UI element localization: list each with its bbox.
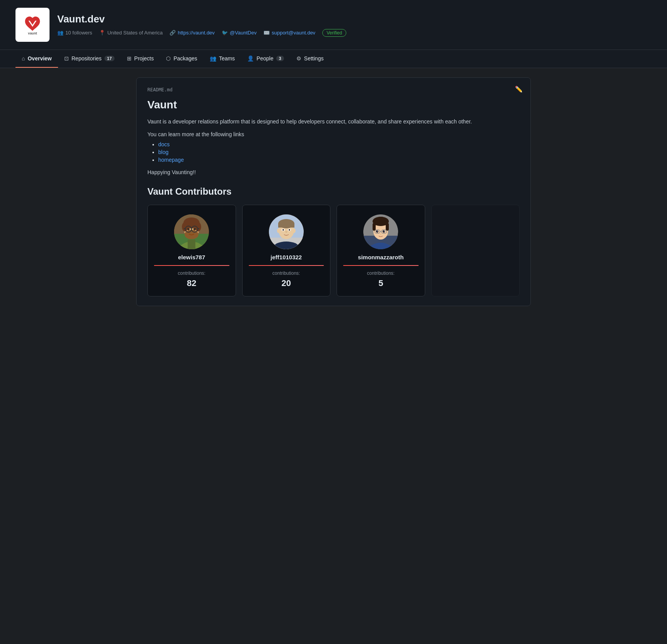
packages-icon: ⬡ <box>166 55 171 62</box>
nav-item-repositories[interactable]: ⊡ Repositories 17 <box>58 50 121 68</box>
avatar <box>174 214 209 249</box>
contributor-username: jeff1010322 <box>270 254 302 260</box>
home-icon: ⌂ <box>22 55 25 62</box>
website-link[interactable]: https://vaunt.dev <box>178 30 214 36</box>
repo-icon: ⊡ <box>64 55 69 62</box>
list-item: docs <box>158 141 520 147</box>
svg-point-42 <box>384 231 385 231</box>
teams-icon: 👥 <box>210 55 216 62</box>
location-icon: 📍 <box>99 30 105 36</box>
nav-label-projects: Projects <box>134 55 154 62</box>
nav-item-settings[interactable]: ⚙ Settings <box>290 50 330 68</box>
svg-point-15 <box>187 228 190 230</box>
readme-title: Vaunt <box>147 99 520 111</box>
readme-links-list: docs blog homepage <box>147 141 520 163</box>
readme-filename: README.md <box>147 87 520 92</box>
contributions-label: contributions: <box>178 271 205 276</box>
svg-point-23 <box>277 228 280 233</box>
contributions-label: contributions: <box>367 271 395 276</box>
contributors-grid: elewis787 contributions: 82 <box>147 205 520 296</box>
nav-label-packages: Packages <box>173 55 197 62</box>
nav-item-teams[interactable]: 👥 Teams <box>204 50 241 68</box>
website-meta[interactable]: 🔗 https://vaunt.dev <box>169 30 214 36</box>
nav-item-overview[interactable]: ⌂ Overview <box>15 50 58 68</box>
svg-point-39 <box>376 230 378 233</box>
link-icon: 🔗 <box>169 30 176 36</box>
readme-description: Vaunt is a developer relations platform … <box>147 117 520 126</box>
svg-point-7 <box>182 222 188 231</box>
followers-count: 10 followers <box>65 30 92 36</box>
org-meta: 👥 10 followers 📍 United States of Americ… <box>57 29 346 37</box>
nav-label-overview: Overview <box>27 55 51 62</box>
email-icon: ✉️ <box>263 30 270 36</box>
settings-icon: ⚙ <box>296 55 301 62</box>
location-text: United States of America <box>107 30 162 36</box>
repo-badge: 17 <box>104 56 115 61</box>
email-meta[interactable]: ✉️ support@vaunt.dev <box>263 30 315 36</box>
avatar <box>363 214 398 249</box>
svg-point-16 <box>193 228 196 230</box>
people-nav-icon: 👤 <box>247 55 254 62</box>
twitter-meta[interactable]: 🐦 @VauntDev <box>222 30 257 36</box>
main-content: README.md ✏️ Vaunt Vaunt is a developer … <box>121 68 546 315</box>
contributions-count: 20 <box>272 278 300 288</box>
edit-icon[interactable]: ✏️ <box>515 86 523 93</box>
readme-footer: Happying Vaunting!! <box>147 169 520 175</box>
svg-point-24 <box>292 228 296 233</box>
contributor-divider <box>343 265 419 266</box>
verified-badge: Verified <box>322 29 346 37</box>
nav-item-projects[interactable]: ⊞ Projects <box>121 50 160 68</box>
contributor-username: simonmazzaroth <box>358 254 404 260</box>
avatar <box>269 214 304 249</box>
contributor-card-placeholder <box>431 205 520 296</box>
contributor-card: elewis787 contributions: 82 <box>147 205 236 296</box>
nav-label-people: People <box>257 55 274 62</box>
svg-rect-17 <box>188 240 195 249</box>
contributor-divider <box>154 265 229 266</box>
main-nav: ⌂ Overview ⊡ Repositories 17 ⊞ Projects … <box>0 50 667 68</box>
readme-links-intro: You can learn more at the following link… <box>147 131 520 137</box>
svg-rect-34 <box>373 223 376 231</box>
nav-item-packages[interactable]: ⬡ Packages <box>160 50 203 68</box>
people-badge: 3 <box>276 56 284 61</box>
contributor-card: simonmazzaroth contributions: 5 <box>337 205 425 296</box>
org-info: Vaunt.dev 👥 10 followers 📍 United States… <box>57 13 346 37</box>
list-item: blog <box>158 149 520 155</box>
nav-label-repositories: Repositories <box>72 55 102 62</box>
list-item: homepage <box>158 157 520 163</box>
svg-point-41 <box>377 231 378 231</box>
contributions-count: 82 <box>178 278 205 288</box>
docs-link[interactable]: docs <box>158 141 170 147</box>
homepage-link[interactable]: homepage <box>158 157 184 163</box>
contributor-card: jeff1010322 contributions: 20 <box>242 205 331 296</box>
page-header: vaunt Vaunt.dev 👥 10 followers 📍 United … <box>0 0 667 50</box>
readme-card: README.md ✏️ Vaunt Vaunt is a developer … <box>136 77 531 306</box>
svg-point-28 <box>289 229 290 231</box>
contributor-divider <box>249 265 324 266</box>
svg-point-27 <box>282 229 284 231</box>
contributor-username: elewis787 <box>178 254 205 260</box>
svg-point-8 <box>195 222 201 231</box>
contributor-stats: contributions: 5 <box>367 271 395 288</box>
followers-meta: 👥 10 followers <box>57 30 92 36</box>
org-name: Vaunt.dev <box>57 13 346 25</box>
svg-rect-22 <box>278 224 294 228</box>
svg-text:vaunt: vaunt <box>28 31 37 35</box>
nav-item-people[interactable]: 👤 People 3 <box>241 50 290 68</box>
svg-rect-35 <box>386 223 389 231</box>
projects-icon: ⊞ <box>127 55 132 62</box>
email-link[interactable]: support@vaunt.dev <box>272 30 315 36</box>
twitter-link[interactable]: @VauntDev <box>230 30 257 36</box>
location-meta: 📍 United States of America <box>99 30 162 36</box>
contributions-count: 5 <box>367 278 395 288</box>
contributions-label: contributions: <box>272 271 300 276</box>
blog-link[interactable]: blog <box>158 149 168 155</box>
twitter-icon: 🐦 <box>222 30 228 36</box>
svg-point-40 <box>383 230 385 233</box>
contributor-stats: contributions: 82 <box>178 271 205 288</box>
contributors-title: Vaunt Contributors <box>147 186 520 197</box>
nav-label-teams: Teams <box>219 55 235 62</box>
contributor-stats: contributions: 20 <box>272 271 300 288</box>
org-logo: vaunt <box>15 8 50 42</box>
people-icon: 👥 <box>57 30 63 36</box>
